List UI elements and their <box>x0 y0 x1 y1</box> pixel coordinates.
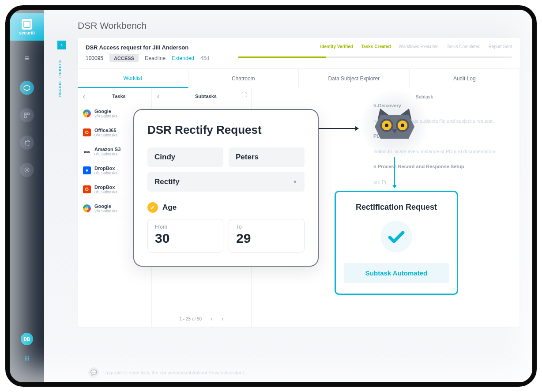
stage-tracker: Identity Verified Tasks Created Workflow… <box>320 44 512 49</box>
svg-point-13 <box>28 359 29 360</box>
svg-point-9 <box>26 358 27 359</box>
arrow-to-card <box>394 157 395 188</box>
task-service-icon: ▼ <box>83 166 91 174</box>
pagination: 1 - 25 of 50 ‹ › <box>152 315 251 322</box>
chevron-down-icon: ▼ <box>293 179 297 185</box>
svg-point-6 <box>26 356 27 357</box>
modal-title: DSR Rectify Request <box>147 123 305 137</box>
svg-point-7 <box>28 356 29 357</box>
attribute-label: Age <box>162 203 177 212</box>
brand-icon <box>22 19 32 30</box>
action-select[interactable]: Rectify ▼ <box>147 172 305 192</box>
apps-icon[interactable] <box>21 352 33 365</box>
stage-item: Identity Verified <box>320 44 353 49</box>
svg-marker-0 <box>24 85 30 90</box>
last-name-field[interactable]: Peters <box>229 147 305 167</box>
svg-point-12 <box>26 359 27 360</box>
deadline-label: Deadline <box>145 55 166 61</box>
request-title: DSR Access request for Jill Anderson <box>86 44 209 51</box>
from-value-box[interactable]: From 30 <box>147 219 223 253</box>
upgrade-banner[interactable]: 💬 Upgrade to meet Auti, the conversation… <box>88 367 245 378</box>
subtask-automated-button[interactable]: Subtask Automated <box>344 263 449 283</box>
rectification-title: Rectification Request <box>344 203 449 212</box>
back-icon[interactable]: ‹ <box>157 93 166 100</box>
brand-logo[interactable]: securiti <box>10 13 44 41</box>
deadline-status: Extended <box>172 55 194 61</box>
tab-audit-log[interactable]: Audit Log <box>410 69 520 88</box>
tasks-header: Tasks <box>92 94 146 99</box>
tab-worklist[interactable]: Worklist <box>78 69 188 88</box>
subtasks-header: Subtasks <box>166 94 246 99</box>
nav-item-settings[interactable] <box>20 136 34 150</box>
task-service-icon: G <box>83 204 91 212</box>
success-check-icon <box>380 221 412 253</box>
expand-icon[interactable]: ⛶ <box>241 92 247 98</box>
stage-progress-bar <box>238 57 512 58</box>
stage-item: Tasks Created <box>361 44 391 49</box>
task-service-icon: G <box>83 109 91 117</box>
svg-point-10 <box>28 358 29 359</box>
request-id: 100095 <box>86 55 103 61</box>
svg-rect-1 <box>25 113 26 115</box>
svg-point-5 <box>25 356 26 357</box>
nav-item-gear[interactable] <box>20 163 34 177</box>
svg-point-11 <box>25 359 26 360</box>
sidebar: securiti ≡ DB <box>10 10 44 382</box>
prev-page[interactable]: ‹ <box>211 315 213 322</box>
svg-point-4 <box>26 169 28 171</box>
stage-item: Workflows Executed <box>399 44 439 49</box>
arrow-to-owl <box>319 128 358 129</box>
svg-point-8 <box>25 358 26 359</box>
tabs: Worklist Chatroom Data Subject Explorer … <box>78 69 520 88</box>
stage-item: Report Sent <box>489 44 512 49</box>
recent-tickets-label[interactable]: RECENT TICKETS <box>55 52 62 105</box>
svg-rect-2 <box>27 113 29 115</box>
to-value-box[interactable]: To 29 <box>229 219 305 253</box>
deadline-days: 45d <box>200 55 209 61</box>
tab-chatroom[interactable]: Chatroom <box>188 69 299 88</box>
menu-icon[interactable]: ≡ <box>25 54 30 63</box>
chat-icon: 💬 <box>88 367 99 378</box>
stage-item: Tasks Completed <box>447 44 481 49</box>
back-icon[interactable]: ‹ <box>83 93 92 100</box>
request-header: DSR Access request for Jill Anderson 100… <box>78 38 520 69</box>
nav-item-2[interactable] <box>20 108 34 122</box>
pagination-text: 1 - 25 of 50 <box>180 317 202 321</box>
task-service-icon: O <box>83 185 91 193</box>
rectification-card: Rectification Request Subtask Automated <box>335 191 458 295</box>
owl-mascot <box>359 89 430 160</box>
expand-panel-button[interactable]: › <box>57 41 66 49</box>
nav-item-1[interactable] <box>20 81 34 95</box>
check-icon: ✓ <box>147 202 158 213</box>
tab-data-subject-explorer[interactable]: Data Subject Explorer <box>299 69 410 88</box>
next-page[interactable]: › <box>222 315 224 322</box>
rectify-request-modal: DSR Rectify Request Cindy Peters Rectify… <box>133 109 319 267</box>
user-avatar[interactable]: DB <box>21 333 33 345</box>
task-service-icon: aws <box>83 147 91 155</box>
brand-text: securiti <box>19 30 35 35</box>
svg-rect-3 <box>25 116 26 117</box>
request-type-badge: ACCESS <box>109 54 139 62</box>
page-title: DSR Workbench <box>78 20 520 31</box>
task-service-icon: O <box>83 128 91 136</box>
first-name-field[interactable]: Cindy <box>147 147 223 167</box>
